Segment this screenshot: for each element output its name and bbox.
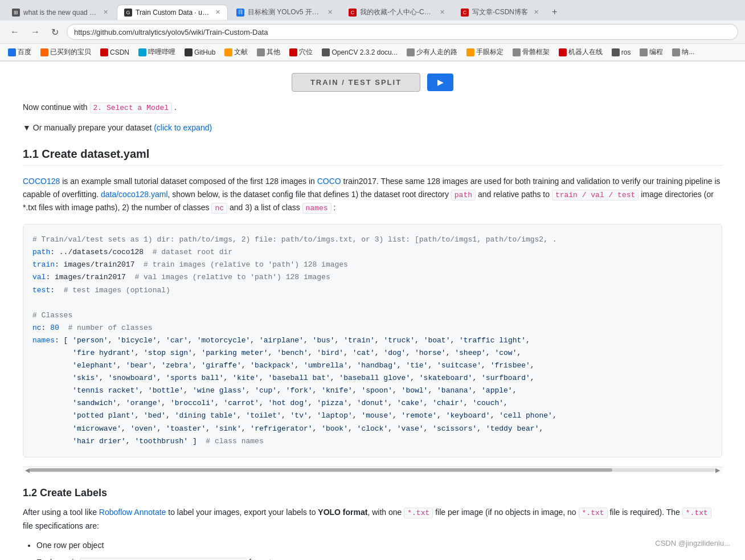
bookmark-baidu[interactable]: 百度 xyxy=(5,46,35,58)
coco128-link[interactable]: COCO128 xyxy=(23,177,60,186)
expand-link[interactable]: (click to expand) xyxy=(154,123,212,132)
bookmark-acupoint-icon xyxy=(289,48,297,56)
bookmark-eye-hand-label: 手眼标定 xyxy=(476,47,504,57)
bookmark-github[interactable]: GitHub xyxy=(181,47,219,58)
bookmark-programming[interactable]: 编程 xyxy=(636,46,666,58)
bookmark-literature-icon xyxy=(224,48,232,56)
bullet-2-pre: Each row is xyxy=(36,558,80,560)
labels-paragraph: After using a tool like Roboflow Annotat… xyxy=(23,506,722,532)
code-nc: nc xyxy=(211,203,227,214)
bookmark-skeleton[interactable]: 骨骼框架 xyxy=(509,46,553,58)
code-line-16: 'microwave', 'oven', 'toaster', 'sink', … xyxy=(32,424,543,433)
bookmark-road-icon xyxy=(407,48,415,56)
bookmark-ros-label: ros xyxy=(621,48,631,56)
code-line-8: nc: 80 # number of classes xyxy=(32,324,153,332)
code-line-7: # Classes xyxy=(32,311,72,320)
scroll-area[interactable]: ◀ ▶ xyxy=(23,467,722,473)
labels-text4: file per image (if no objects in image, … xyxy=(433,508,578,517)
tab-2[interactable]: G Train Custom Data · ultralytics/y... ✕ xyxy=(117,5,228,20)
roboflow-link[interactable]: Roboflow Annotate xyxy=(99,508,166,517)
coco-link[interactable]: COCO xyxy=(317,177,341,186)
bookmark-na-label: 纳... xyxy=(682,47,694,57)
code-line-3: train: images/train2017 # train images (… xyxy=(32,260,348,269)
code-names: names xyxy=(302,203,331,214)
bookmark-bilibili[interactable]: 哔哩哔哩 xyxy=(135,46,179,58)
tab-4-close[interactable]: ✕ xyxy=(440,9,445,16)
bookmark-other-icon xyxy=(257,48,265,56)
bookmark-bought-label: 已买到的宝贝 xyxy=(50,47,91,57)
bullet-1-text: One row per object xyxy=(36,541,104,550)
tab-5-favicon: C xyxy=(461,9,469,17)
data-link[interactable]: data/coco128.yaml xyxy=(101,190,168,199)
tab-1-close[interactable]: ✕ xyxy=(103,9,108,16)
labels-text2: to label your images, export your labels… xyxy=(166,508,318,517)
bookmark-acupoint[interactable]: 穴位 xyxy=(286,46,316,58)
tab-5-close[interactable]: ✕ xyxy=(534,9,539,16)
bookmark-eye-hand-icon xyxy=(466,48,474,56)
bookmark-ros[interactable]: ros xyxy=(608,47,635,58)
code-line-12: 'skis', 'snowboard', 'sports ball', 'kit… xyxy=(32,374,535,382)
watermark: CSDN @jingzilideniu... xyxy=(652,538,734,549)
continue-paragraph: Now continue with 2. Select a Model . xyxy=(23,101,722,115)
bookmark-road[interactable]: 少有人走的路 xyxy=(403,46,461,58)
labels-text5: file is required). The xyxy=(608,508,682,517)
bookmark-other[interactable]: 其他 xyxy=(253,46,284,58)
continue-code: 2. Select a Model xyxy=(90,103,173,113)
forward-button[interactable]: → xyxy=(27,26,43,38)
code-line-1: # Train/val/test sets as 1) dir: path/to… xyxy=(32,235,557,244)
intro-text6: and 3) a list of class xyxy=(227,203,302,212)
bookmark-na[interactable]: 纳... xyxy=(669,46,698,58)
bookmark-robot[interactable]: 机器人在线 xyxy=(555,46,606,58)
section-1-1-heading: 1.1 Create dataset.yaml xyxy=(23,148,722,166)
bookmark-bilibili-label: 哔哩哔哩 xyxy=(148,47,175,57)
tab-3-favicon: 目 xyxy=(236,9,244,17)
expand-triangle[interactable]: ▼ xyxy=(23,123,31,132)
labels-text6: file specifications are: xyxy=(23,521,99,530)
code-line-17: 'hair drier', 'toothbrush' ] # class nam… xyxy=(32,437,264,445)
tab-5-title: 写文章-CSDN博客 xyxy=(472,7,528,17)
bookmark-programming-label: 编程 xyxy=(649,47,663,57)
code-txt-2: *.txt xyxy=(579,508,608,518)
code-line-2: path: ../datasets/coco128 # dataset root… xyxy=(32,248,232,256)
bookmark-bilibili-icon xyxy=(138,48,146,56)
back-button[interactable]: ← xyxy=(7,26,23,38)
bookmark-csdn-label: CSDN xyxy=(110,48,129,56)
section-1-2-heading: 1.2 Create Labels xyxy=(23,487,722,499)
tab-2-close[interactable]: ✕ xyxy=(215,9,220,16)
bookmark-baidu-icon xyxy=(8,48,16,56)
bookmark-opencv[interactable]: OpenCV 2.3.2 docu... xyxy=(318,47,400,58)
code-line-9: names: [ 'person', 'bicycle', 'car', 'mo… xyxy=(32,336,530,345)
scroll-left-arrow[interactable]: ◀ xyxy=(25,467,30,474)
next-button[interactable]: ▶ xyxy=(427,73,453,91)
tab-1[interactable]: ⊞ what is the new quad dataloader... ✕ xyxy=(5,5,116,20)
tab-3-close[interactable]: ✕ xyxy=(328,9,333,16)
scroll-track[interactable] xyxy=(30,468,715,472)
bookmark-literature[interactable]: 文献 xyxy=(221,46,251,58)
bookmark-csdn[interactable]: CSDN xyxy=(97,47,133,58)
bookmark-eye-hand[interactable]: 手眼标定 xyxy=(463,46,507,58)
continue-text: Now continue with xyxy=(23,103,88,112)
tab-5[interactable]: C 写文章-CSDN博客 ✕ xyxy=(453,3,546,21)
tab-2-favicon: G xyxy=(124,9,132,17)
bookmark-programming-icon xyxy=(640,48,648,56)
scroll-right-arrow[interactable]: ▶ xyxy=(715,467,720,474)
bookmark-ros-icon xyxy=(612,48,620,56)
intro-text7: : xyxy=(331,203,336,212)
address-bar[interactable] xyxy=(67,24,738,40)
tab-2-title: Train Custom Data · ultralytics/y... xyxy=(136,9,210,17)
tab-4[interactable]: C 我的收藏-个人中心-CSDN ✕ xyxy=(341,3,452,21)
code-line-11: 'elephant', 'bear', 'zebra', 'giraffe', … xyxy=(32,361,535,370)
bookmark-bought[interactable]: 已买到的宝贝 xyxy=(37,46,95,58)
expand-label: Or manually prepare your dataset xyxy=(33,123,152,132)
intro-paragraph: COCO128 is an example small tutorial dat… xyxy=(23,175,722,215)
reload-button[interactable]: ↻ xyxy=(48,26,62,39)
bullet-2-code: class x_center y_center width height xyxy=(80,558,247,560)
new-tab-button[interactable]: + xyxy=(547,3,562,21)
tab-3[interactable]: 目 目标检测 YOLOv5 开源代码项目 ✕ xyxy=(229,3,340,21)
tab-1-title: what is the new quad dataloader... xyxy=(23,9,97,17)
bookmark-baidu-label: 百度 xyxy=(18,47,31,57)
bookmark-literature-label: 文献 xyxy=(234,47,248,57)
intro-text1: is an example small tutorial dataset com… xyxy=(60,177,317,186)
bookmark-github-label: GitHub xyxy=(194,48,215,56)
scroll-thumb[interactable] xyxy=(30,468,612,472)
